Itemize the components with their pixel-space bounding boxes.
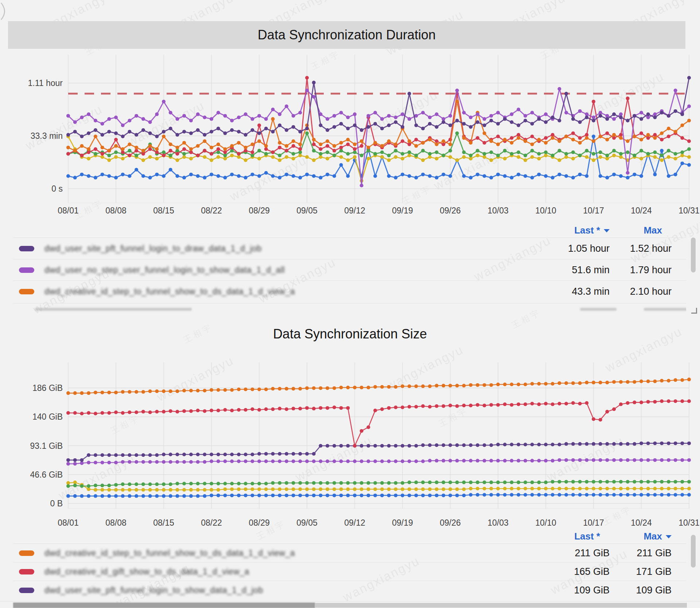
svg-text:08/22: 08/22	[201, 206, 222, 215]
legend-sort-last-button[interactable]: Last *	[540, 531, 610, 542]
legend-duration-scrollbar[interactable]	[691, 238, 696, 272]
series-last-value: 109 GiB	[540, 585, 610, 596]
panel-size-title: Data Synchronization Size	[0, 323, 700, 345]
series_7_blue-line	[68, 495, 689, 496]
series-color-swatch[interactable]	[19, 289, 34, 294]
series-name-blurred[interactable]: dwd_user_site_pft_funnel_login_to_show_d…	[44, 585, 540, 595]
series-max-value: 1.79 hour	[610, 264, 672, 276]
svg-text:93.1 GiB: 93.1 GiB	[30, 441, 63, 451]
chart-1: 08/0108/0808/1508/2208/2909/0509/1209/19…	[30, 362, 700, 527]
series_2_violet-line	[68, 89, 689, 185]
svg-text:09/26: 09/26	[440, 206, 461, 215]
legend-size-scrollbar[interactable]	[691, 535, 696, 568]
svg-text:09/12: 09/12	[344, 518, 365, 527]
series-max-value: 1.52 hour	[610, 243, 672, 254]
series_2_red-points	[66, 399, 691, 448]
legend-max-label: Max	[643, 225, 662, 236]
legend-rows: dwd_creative_id_step_to_funnel_show_to_d…	[13, 544, 686, 599]
legend-sort-max-button[interactable]: Max	[610, 225, 672, 236]
legend-duration-cutoff-row	[13, 303, 686, 314]
series-name-blurred[interactable]: dwd_user_no_step_user_funnel_login_to_sh…	[44, 265, 540, 275]
svg-text:08/08: 08/08	[105, 518, 127, 527]
series_4_violet-line	[68, 460, 689, 464]
svg-text:186 GiB: 186 GiB	[32, 383, 63, 393]
svg-text:46.6 GiB: 46.6 GiB	[30, 470, 63, 479]
svg-text:10/31: 10/31	[678, 518, 700, 527]
svg-text:10/24: 10/24	[631, 518, 652, 527]
svg-text:140 GiB: 140 GiB	[32, 412, 63, 421]
series-last-value: 51.6 min	[540, 264, 610, 276]
next-panel-cutoff-light	[315, 603, 687, 608]
series-color-swatch[interactable]	[19, 246, 34, 251]
legend-duration-header: Last * Max	[13, 223, 686, 238]
svg-text:08/29: 08/29	[249, 206, 270, 215]
dashboard: wangxiangyuwangxiangyuwangxiangyuwangxia…	[0, 0, 700, 608]
redacted-smudge	[644, 308, 686, 311]
legend-duration: Last * Max dwd_user_site_pft_funnel_logi…	[13, 223, 686, 302]
svg-text:0 s: 0 s	[51, 184, 63, 193]
legend-row[interactable]: dwd_user_site_pft_funnel_login_to_draw_d…	[13, 238, 686, 259]
svg-text:10/24: 10/24	[631, 206, 652, 215]
svg-text:08/01: 08/01	[58, 206, 79, 215]
legend-row[interactable]: dwd_creative_id_step_to_funnel_show_to_d…	[13, 281, 686, 302]
svg-text:08/08: 08/08	[105, 206, 127, 215]
svg-text:0 B: 0 B	[50, 499, 63, 508]
series-max-value: 211 GiB	[610, 548, 672, 559]
svg-text:10/31: 10/31	[678, 206, 700, 215]
svg-text:1.11 hour: 1.11 hour	[28, 78, 63, 88]
series_6_yellow-line	[68, 137, 689, 181]
series-color-swatch[interactable]	[19, 267, 34, 273]
series-name-blurred[interactable]: dwd_creative_id_step_to_funnel_show_to_d…	[44, 287, 540, 297]
series-name-blurred[interactable]: dwd_creative_id_step_to_funnel_show_to_d…	[44, 548, 540, 558]
legend-row[interactable]: dwd_user_site_pft_funnel_login_to_show_d…	[13, 581, 686, 599]
legend-sort-last-button[interactable]: Last *	[540, 225, 610, 236]
panel-resize-handle-icon[interactable]	[691, 308, 697, 314]
series_6_yellow-line	[68, 482, 689, 490]
series_1_orange-line	[68, 380, 689, 393]
next-panel-cutoff-dark	[13, 603, 315, 608]
legend-rows: dwd_user_site_pft_funnel_login_to_draw_d…	[13, 238, 686, 302]
series-color-swatch[interactable]	[19, 569, 34, 574]
svg-text:10/17: 10/17	[583, 206, 604, 215]
svg-text:08/01: 08/01	[58, 518, 79, 527]
svg-text:09/19: 09/19	[392, 206, 413, 215]
legend-last-label: Last *	[574, 225, 600, 236]
series-max-value: 109 GiB	[610, 585, 672, 596]
chevron-down-icon	[666, 535, 672, 538]
series_3_dark_purple-points	[66, 442, 691, 462]
series_1_dark_purple-points	[66, 76, 691, 138]
series-name-blurred[interactable]: dwd_user_site_pft_funnel_login_to_draw_d…	[44, 244, 540, 254]
series-last-value: 1.05 hour	[540, 243, 610, 254]
series-last-value: 211 GiB	[540, 548, 610, 559]
divider	[0, 601, 700, 601]
legend-row[interactable]: dwd_creative_id_gift_show_to_ds_data_1_d…	[13, 562, 686, 581]
legend-sort-max-button[interactable]: Max	[610, 531, 672, 542]
svg-text:09/05: 09/05	[296, 206, 318, 215]
legend-last-label: Last *	[574, 531, 600, 542]
svg-text:09/19: 09/19	[392, 518, 413, 527]
series-color-swatch[interactable]	[19, 588, 34, 593]
legend-row[interactable]: dwd_creative_id_step_to_funnel_show_to_d…	[13, 544, 686, 562]
svg-text:10/03: 10/03	[487, 206, 509, 215]
legend-size-header: Last * Max	[13, 529, 686, 544]
series-last-value: 165 GiB	[540, 566, 610, 577]
legend-size: Last * Max dwd_creative_id_step_to_funne…	[13, 529, 686, 599]
series-max-value: 2.10 hour	[610, 286, 672, 297]
redacted-smudge	[580, 308, 617, 311]
chart-0: 08/0108/0808/1508/2208/2909/0509/1209/19…	[28, 55, 700, 215]
series-last-value: 43.3 min	[540, 286, 610, 297]
svg-text:09/05: 09/05	[296, 518, 318, 527]
redacted-smudge	[35, 308, 192, 311]
series_1_orange-points	[66, 378, 691, 395]
series_2_violet-points	[66, 87, 691, 187]
series-name-blurred[interactable]: dwd_creative_id_gift_show_to_ds_data_1_d…	[44, 567, 540, 577]
svg-text:10/17: 10/17	[583, 518, 604, 527]
svg-text:09/12: 09/12	[344, 206, 365, 215]
legend-row[interactable]: dwd_user_no_step_user_funnel_login_to_sh…	[13, 259, 686, 281]
chevron-down-icon	[604, 229, 610, 232]
svg-text:08/29: 08/29	[249, 518, 270, 527]
svg-text:10/10: 10/10	[535, 206, 556, 215]
series-color-swatch[interactable]	[19, 550, 34, 556]
series_5_green-line	[68, 482, 689, 486]
svg-text:33.3 min: 33.3 min	[31, 131, 63, 141]
